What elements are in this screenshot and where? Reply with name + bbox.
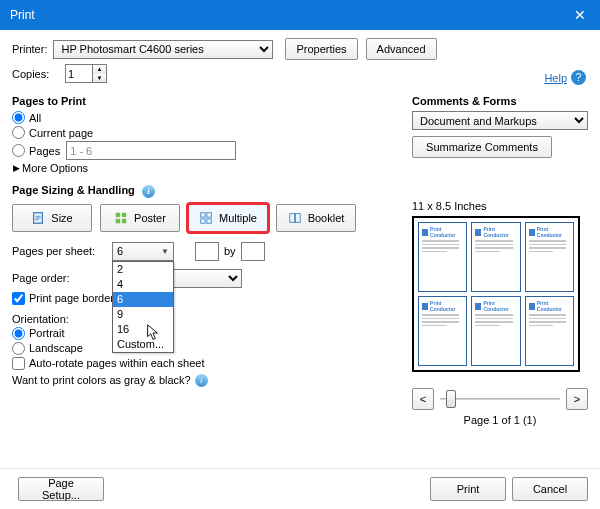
orientation-label: Orientation: [12,313,402,325]
info-icon[interactable]: i [142,185,155,198]
pps-value: 6 [117,245,123,257]
autorotate-checkbox[interactable] [12,357,25,370]
page-counter: Page 1 of 1 (1) [412,414,588,426]
pages-per-sheet-row: Pages per sheet: 6 ▼ by 246916Custom... [12,242,402,261]
sizing-buttons: Size Poster Multiple Booklet [12,204,402,232]
radio-all-label: All [29,112,41,124]
close-icon[interactable]: ✕ [570,7,590,23]
radio-current-input[interactable] [12,126,25,139]
right-column: Comments & Forms Document and Markups Su… [412,87,588,426]
print-button[interactable]: Print [430,477,506,501]
comments-header: Comments & Forms [412,95,588,107]
print-borders-checkbox[interactable] [12,292,25,305]
print-borders-label: Print page borders [29,292,120,304]
more-options-label: More Options [22,162,88,174]
pps-dropdown[interactable]: 246916Custom... [112,261,174,353]
slider-thumb[interactable] [446,390,456,408]
svg-rect-4 [122,218,126,222]
autorotate-label: Auto-rotate pages within each sheet [29,357,205,369]
printer-select[interactable]: HP Photosmart C4600 series [53,40,273,59]
radio-landscape-label: Landscape [29,342,83,354]
advanced-button[interactable]: Advanced [366,38,437,60]
size-button[interactable]: Size [12,204,92,232]
print-borders-row[interactable]: Print page borders [12,292,402,305]
custom-cols-input[interactable] [195,242,219,261]
sizing-header: Page Sizing & Handling i [12,184,402,198]
copies-down-icon[interactable]: ▼ [93,74,106,83]
copies-arrows[interactable]: ▲ ▼ [92,65,106,82]
window-title: Print [10,8,35,22]
svg-rect-2 [122,212,126,216]
gray-prompt-row: Want to print colors as gray & black? i [12,374,402,387]
svg-rect-7 [201,218,205,222]
multiple-button[interactable]: Multiple [188,204,268,232]
preview-page-thumb: Print Conductor [471,222,520,292]
print-dialog-body: Help ? Printer: HP Photosmart C4600 seri… [0,30,600,509]
radio-pages[interactable]: Pages [12,141,402,160]
more-options-disclosure[interactable]: ▶ More Options [10,162,402,174]
comments-select[interactable]: Document and Markups [412,111,588,130]
svg-rect-5 [201,212,205,216]
summarize-comments-button[interactable]: Summarize Comments [412,136,552,158]
radio-landscape[interactable]: Landscape [12,342,402,355]
pps-option[interactable]: 16 [113,322,173,337]
pps-option[interactable]: Custom... [113,337,173,352]
poster-button[interactable]: Poster [100,204,180,232]
radio-portrait[interactable]: Portrait [12,327,402,340]
pages-range-input[interactable] [66,141,236,160]
booklet-button[interactable]: Booklet [276,204,356,232]
autorotate-row[interactable]: Auto-rotate pages within each sheet [12,357,402,370]
copies-stepper[interactable]: ▲ ▼ [65,64,107,83]
slider-rail [440,398,560,400]
radio-all[interactable]: All [12,111,402,124]
pps-option[interactable]: 2 [113,262,173,277]
page-order-row: Page order: [12,269,402,288]
radio-all-input[interactable] [12,111,25,124]
radio-current-label: Current page [29,127,93,139]
copies-up-icon[interactable]: ▲ [93,65,106,74]
triangle-right-icon: ▶ [10,163,22,173]
preview-sheet: Print ConductorPrint ConductorPrint Cond… [412,216,580,372]
svg-rect-8 [207,218,211,222]
prev-page-button[interactable]: < [412,388,434,410]
help-link[interactable]: Help [544,72,567,84]
pps-select[interactable]: 6 ▼ [112,242,174,261]
size-icon [31,211,45,225]
chevron-down-icon: ▼ [161,247,169,256]
columns: Pages to Print All Current page Pages ▶ … [12,87,588,426]
radio-portrait-input[interactable] [12,327,25,340]
pps-option[interactable]: 9 [113,307,173,322]
preview-page-thumb: Print Conductor [525,222,574,292]
preview-page-thumb: Print Conductor [418,222,467,292]
svg-rect-1 [116,212,120,216]
preview-page-thumb: Print Conductor [525,296,574,366]
info-icon-2[interactable]: i [195,374,208,387]
radio-pages-input[interactable] [12,144,25,157]
title-bar: Print ✕ [0,0,600,30]
cancel-button[interactable]: Cancel [512,477,588,501]
radio-pages-label: Pages [29,145,60,157]
copies-row: Copies: ▲ ▼ [12,64,588,83]
gray-prompt-label: Want to print colors as gray & black? [12,374,191,386]
copies-input[interactable] [66,65,92,82]
left-column: Pages to Print All Current page Pages ▶ … [12,87,402,426]
preview-dims: 11 x 8.5 Inches [412,200,588,212]
by-label: by [224,245,236,257]
pps-option[interactable]: 4 [113,277,173,292]
preview-pager-row: < > [412,388,588,410]
properties-button[interactable]: Properties [285,38,357,60]
booklet-icon [288,211,302,225]
radio-current[interactable]: Current page [12,126,402,139]
next-page-button[interactable]: > [566,388,588,410]
comments-section: Comments & Forms Document and Markups Su… [412,95,588,158]
copies-label: Copies: [12,68,55,80]
pps-option[interactable]: 6 [113,292,173,307]
pages-to-print-header: Pages to Print [12,95,402,107]
radio-landscape-input[interactable] [12,342,25,355]
svg-rect-3 [116,218,120,222]
preview-slider[interactable] [440,391,560,407]
page-setup-button[interactable]: Page Setup... [18,477,104,501]
help-icon[interactable]: ? [571,70,586,85]
custom-rows-input[interactable] [241,242,265,261]
svg-rect-6 [207,212,211,216]
